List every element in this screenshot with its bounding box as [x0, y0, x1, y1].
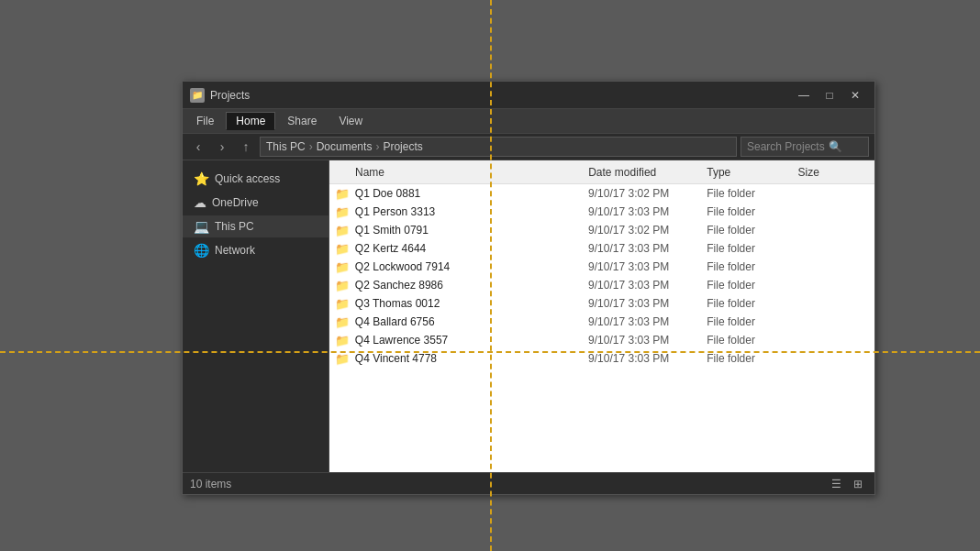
col-header-type[interactable]: Type [707, 166, 797, 179]
titlebar-controls: — □ ✕ [792, 86, 867, 105]
file-date: 9/10/17 3:03 PM [588, 205, 707, 218]
folder-icon: 📁 [333, 351, 351, 366]
file-name: Q4 Vincent 4778 [355, 352, 588, 365]
column-headers: Name Date modified Type Size [329, 160, 874, 184]
onedrive-icon: ☁ [194, 195, 206, 210]
addressbar: ‹ › ↑ This PC › Documents › Projects Sea… [183, 133, 874, 160]
folder-icon: 📁 [333, 296, 351, 311]
path-thispc: This PC [266, 140, 306, 153]
search-placeholder: Search Projects [747, 140, 825, 153]
sidebar-item-network[interactable]: 🌐 Network [183, 239, 329, 261]
folder-icon: 📁 [333, 204, 351, 219]
network-icon: 🌐 [194, 243, 209, 258]
file-type: File folder [707, 187, 797, 200]
file-date: 9/10/17 3:02 PM [588, 224, 707, 237]
tab-view[interactable]: View [329, 112, 373, 130]
large-icons-view-button[interactable]: ⊞ [849, 476, 867, 492]
tab-file[interactable]: File [186, 112, 224, 130]
file-name: Q1 Smith 0791 [355, 224, 588, 237]
tab-share[interactable]: Share [277, 112, 327, 130]
file-name: Q4 Ballard 6756 [355, 315, 588, 328]
statusbar: 10 items ☰ ⊞ [183, 472, 874, 494]
search-box[interactable]: Search Projects 🔍 [741, 137, 869, 157]
item-count: 10 items [190, 478, 231, 490]
quickaccess-icon: ⭐ [194, 171, 209, 186]
file-date: 9/10/17 3:03 PM [588, 279, 707, 292]
folder-icon: 📁 [333, 278, 351, 292]
table-row[interactable]: 📁 Q1 Person 3313 9/10/17 3:03 PM File fo… [329, 203, 874, 221]
file-type: File folder [707, 242, 797, 255]
folder-icon: 📁 [333, 333, 351, 347]
table-row[interactable]: 📁 Q2 Kertz 4644 9/10/17 3:03 PM File fol… [329, 239, 874, 258]
window-title: Projects [210, 89, 250, 102]
details-view-button[interactable]: ☰ [827, 476, 845, 492]
folder-icon: 📁 [333, 223, 351, 237]
file-date: 9/10/17 3:03 PM [588, 334, 707, 347]
tab-home[interactable]: Home [226, 112, 275, 130]
col-header-date[interactable]: Date modified [588, 166, 707, 179]
table-row[interactable]: 📁 Q3 Thomas 0012 9/10/17 3:03 PM File fo… [329, 294, 874, 313]
col-header-size[interactable]: Size [798, 166, 871, 179]
main-content: ⭐ Quick access ☁ OneDrive 💻 This PC 🌐 Ne… [183, 160, 874, 472]
file-date: 9/10/17 3:03 PM [588, 315, 707, 328]
folder-icon: 📁 [333, 186, 351, 201]
sidebar-label-quickaccess: Quick access [215, 172, 280, 185]
table-row[interactable]: 📁 Q1 Doe 0881 9/10/17 3:02 PM File folde… [329, 184, 874, 203]
file-type: File folder [707, 297, 797, 310]
file-type: File folder [707, 315, 797, 328]
table-row[interactable]: 📁 Q4 Vincent 4778 9/10/17 3:03 PM File f… [329, 349, 874, 368]
sidebar-item-thispc[interactable]: 💻 This PC [183, 215, 329, 237]
explorer-window: 📁 Projects — □ ✕ File Home Share View ‹ … [182, 81, 875, 495]
table-row[interactable]: 📁 Q2 Sanchez 8986 9/10/17 3:03 PM File f… [329, 276, 874, 294]
maximize-button[interactable]: □ [818, 86, 841, 105]
file-name: Q3 Thomas 0012 [355, 297, 588, 310]
file-date: 9/10/17 3:03 PM [588, 260, 707, 273]
thispc-icon: 💻 [194, 219, 209, 234]
path-documents: Documents [317, 140, 373, 153]
file-area: Name Date modified Type Size 📁 Q1 Doe 08… [329, 160, 874, 472]
ribbon-tabs: File Home Share View [183, 109, 874, 133]
back-button[interactable]: ‹ [188, 137, 208, 157]
window-icon: 📁 [190, 88, 205, 103]
file-list: 📁 Q1 Doe 0881 9/10/17 3:02 PM File folde… [329, 184, 874, 472]
path-sep-2: › [375, 140, 379, 153]
sidebar-item-onedrive[interactable]: ☁ OneDrive [183, 192, 329, 214]
ribbon: File Home Share View [183, 109, 874, 133]
folder-icon: 📁 [333, 259, 351, 274]
table-row[interactable]: 📁 Q4 Lawrence 3557 9/10/17 3:03 PM File … [329, 331, 874, 349]
file-type: File folder [707, 224, 797, 237]
minimize-button[interactable]: — [792, 86, 816, 105]
file-name: Q4 Lawrence 3557 [355, 334, 588, 347]
file-type: File folder [707, 334, 797, 347]
file-name: Q1 Doe 0881 [355, 187, 588, 200]
table-row[interactable]: 📁 Q2 Lockwood 7914 9/10/17 3:03 PM File … [329, 258, 874, 276]
address-path[interactable]: This PC › Documents › Projects [260, 137, 737, 157]
file-date: 9/10/17 3:03 PM [588, 242, 707, 255]
file-name: Q1 Person 3313 [355, 205, 588, 218]
view-icons: ☰ ⊞ [827, 476, 867, 492]
sidebar-label-thispc: This PC [215, 220, 254, 233]
folder-icon: 📁 [333, 241, 351, 256]
table-row[interactable]: 📁 Q1 Smith 0791 9/10/17 3:02 PM File fol… [329, 221, 874, 239]
sidebar-item-quickaccess[interactable]: ⭐ Quick access [183, 168, 329, 190]
path-sep-1: › [309, 140, 313, 153]
col-header-name[interactable]: Name [333, 166, 588, 179]
file-date: 9/10/17 3:03 PM [588, 352, 707, 365]
path-projects: Projects [383, 140, 422, 153]
search-icon: 🔍 [829, 140, 842, 153]
file-type: File folder [707, 205, 797, 218]
file-name: Q2 Lockwood 7914 [355, 260, 588, 273]
titlebar: 📁 Projects — □ ✕ [183, 82, 874, 109]
file-name: Q2 Sanchez 8986 [355, 279, 588, 292]
table-row[interactable]: 📁 Q4 Ballard 6756 9/10/17 3:03 PM File f… [329, 313, 874, 331]
file-type: File folder [707, 279, 797, 292]
folder-icon: 📁 [333, 314, 351, 329]
file-date: 9/10/17 3:02 PM [588, 187, 707, 200]
file-date: 9/10/17 3:03 PM [588, 297, 707, 310]
file-type: File folder [707, 260, 797, 273]
file-type: File folder [707, 352, 797, 365]
forward-button[interactable]: › [212, 137, 232, 157]
close-button[interactable]: ✕ [843, 86, 867, 105]
sidebar: ⭐ Quick access ☁ OneDrive 💻 This PC 🌐 Ne… [183, 160, 329, 472]
up-button[interactable]: ↑ [236, 137, 256, 157]
